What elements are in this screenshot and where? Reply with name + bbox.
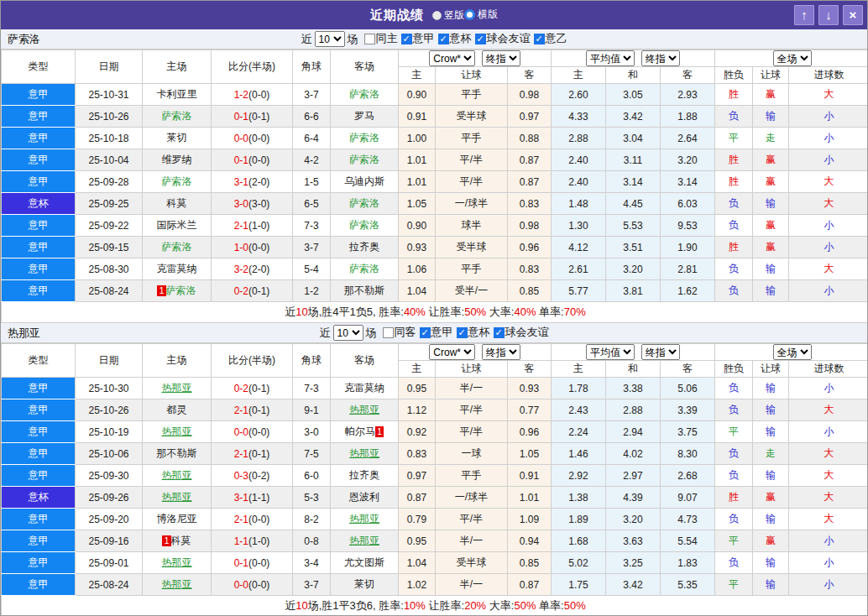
league-filter-checkbox[interactable] [534, 34, 545, 44]
avg-home-cell: 4.12 [552, 237, 606, 258]
league-filter-checkbox[interactable] [475, 34, 486, 44]
focus-team-link[interactable]: 热那亚 [162, 578, 192, 590]
same-venue-checkbox[interactable] [383, 327, 394, 338]
same-venue-label: 同主 [376, 31, 398, 46]
odds-home-cell: 1.02 [399, 574, 436, 596]
focus-team-link[interactable]: 热那亚 [162, 491, 192, 503]
same-venue-checkbox[interactable] [364, 34, 375, 44]
layout-radio-unchecked[interactable]: 竖版 [432, 8, 464, 23]
odds-home-cell: 1.05 [399, 193, 436, 215]
focus-team-link[interactable]: 萨索洛 [349, 197, 379, 209]
match-count-select[interactable]: 10 [333, 325, 363, 341]
corner-cell: 7-3 [293, 215, 331, 237]
radio-icon[interactable] [432, 11, 442, 20]
focus-team-link[interactable]: 萨索洛 [162, 110, 192, 122]
avg-home-cell: 5.77 [552, 280, 606, 302]
result-value: 输 [766, 425, 776, 437]
move-up-button[interactable]: ↑ [794, 5, 814, 25]
focus-team-link[interactable]: 萨索洛 [349, 154, 379, 165]
focus-team-link[interactable]: 热那亚 [349, 513, 379, 525]
result-value: 大 [824, 513, 834, 525]
focus-team-link[interactable]: 热那亚 [349, 404, 379, 415]
odds-stage-select[interactable]: 终指 [482, 344, 520, 360]
focus-team-link[interactable]: 萨索洛 [162, 241, 192, 253]
date-cell: 25-09-25 [76, 193, 143, 215]
col-date: 日期 [76, 50, 143, 84]
corner-cell: 3-7 [293, 84, 331, 106]
focus-team-link[interactable]: 萨索洛 [349, 88, 379, 100]
fulltime-score: 1-1 [234, 535, 248, 547]
avg-home-cell: 1.48 [552, 193, 606, 215]
radio-icon[interactable] [464, 9, 475, 20]
avg-home-cell: 1.68 [552, 530, 606, 552]
focus-team-link[interactable]: 萨索洛 [162, 175, 192, 187]
result-handicap-cell: 赢 [753, 149, 789, 171]
home-team-cell: 都灵 [143, 399, 212, 421]
focus-team-link[interactable]: 热那亚 [162, 556, 192, 568]
focus-team-link[interactable]: 热那亚 [162, 382, 192, 394]
halftime-score: (0-1) [248, 285, 269, 297]
away-team-cell: 萨索洛 [331, 128, 399, 149]
result-wl-cell: 胜 [715, 237, 753, 258]
odds-away-cell: 0.96 [508, 421, 552, 443]
result-value: 输 [766, 404, 776, 415]
avg-home-cell: 2.61 [552, 258, 606, 280]
focus-team-link[interactable]: 热那亚 [162, 425, 192, 437]
match-count-select[interactable]: 10 [315, 31, 345, 47]
match-row: 意甲25-09-161科莫1-1(1-0)0-8热那亚0.95半/一0.941.… [2, 530, 868, 552]
date-cell: 25-08-24 [76, 574, 143, 596]
scope-select-group: 全场 [715, 50, 868, 67]
result-value: 赢 [766, 241, 776, 253]
league-filter-checkbox[interactable] [457, 327, 468, 338]
focus-team-link[interactable]: 热那亚 [349, 447, 379, 459]
bookmaker-select[interactable]: Crow* [429, 344, 475, 360]
score-cell: 0-3(0-2) [212, 465, 293, 487]
odds-stage-select[interactable]: 终指 [482, 50, 520, 66]
move-down-button[interactable]: ↓ [818, 5, 839, 25]
focus-team-link[interactable]: 萨索洛 [166, 285, 196, 296]
radio-label: 竖版 [444, 8, 464, 23]
score-cell: 0-0(0-0) [212, 421, 293, 443]
fulltime-score: 3-1 [234, 492, 248, 504]
score-cell: 1-0(0-0) [212, 237, 293, 258]
match-row: 意甲25-09-20博洛尼亚2-1(0-0)8-2热那亚0.79平/半1.091… [2, 509, 868, 530]
scope-select[interactable]: 全场 [773, 344, 812, 360]
result-handicap-cell: 输 [753, 399, 789, 421]
focus-team-link[interactable]: 热那亚 [349, 535, 379, 546]
focus-team-link[interactable]: 热那亚 [162, 469, 192, 481]
focus-team-link[interactable]: 萨索洛 [349, 263, 379, 274]
result-value: 输 [766, 263, 776, 274]
result-value: 小 [824, 132, 834, 144]
halftime-score: (0-0) [248, 426, 269, 438]
corner-cell: 1-5 [293, 171, 331, 193]
average-select[interactable]: 平均值 [586, 344, 635, 360]
summary-label: 单率: [536, 305, 563, 318]
odds-home-cell: 0.95 [399, 378, 436, 399]
league-filter-group: 同主意甲意杯球会友谊意乙 [361, 31, 567, 47]
focus-team-link[interactable]: 萨索洛 [349, 219, 379, 231]
bookmaker-select[interactable]: Crow* [429, 50, 475, 66]
fulltime-score: 0-1 [234, 557, 248, 569]
result-goals-cell: 大 [789, 399, 868, 421]
date-cell: 25-10-06 [76, 443, 143, 465]
corner-cell: 1-2 [293, 280, 331, 302]
league-filter-checkbox[interactable] [420, 327, 431, 338]
scope-select[interactable]: 全场 [773, 50, 812, 66]
close-button[interactable]: × [843, 5, 863, 25]
avg-select-group: 平均值 终指 [552, 50, 715, 67]
avg-away-cell: 9.53 [661, 215, 715, 237]
date-cell: 25-10-19 [76, 421, 143, 443]
layout-radio-checked[interactable]: 横版 [464, 8, 498, 22]
league-filter: 意杯 [457, 325, 490, 340]
league-filter-checkbox[interactable] [494, 327, 505, 338]
league-filter-checkbox[interactable] [438, 34, 449, 44]
average-select[interactable]: 平均值 [586, 50, 635, 66]
corner-cell: 6-5 [293, 193, 331, 215]
odds-home-cell: 0.79 [399, 509, 436, 530]
focus-team-link[interactable]: 萨索洛 [349, 132, 379, 144]
result-value: 平 [729, 578, 739, 590]
avg-stage-select[interactable]: 终指 [641, 344, 680, 360]
avg-stage-select[interactable]: 终指 [641, 50, 680, 66]
avg-home-cell: 2.40 [552, 171, 606, 193]
league-filter-checkbox[interactable] [401, 34, 412, 44]
